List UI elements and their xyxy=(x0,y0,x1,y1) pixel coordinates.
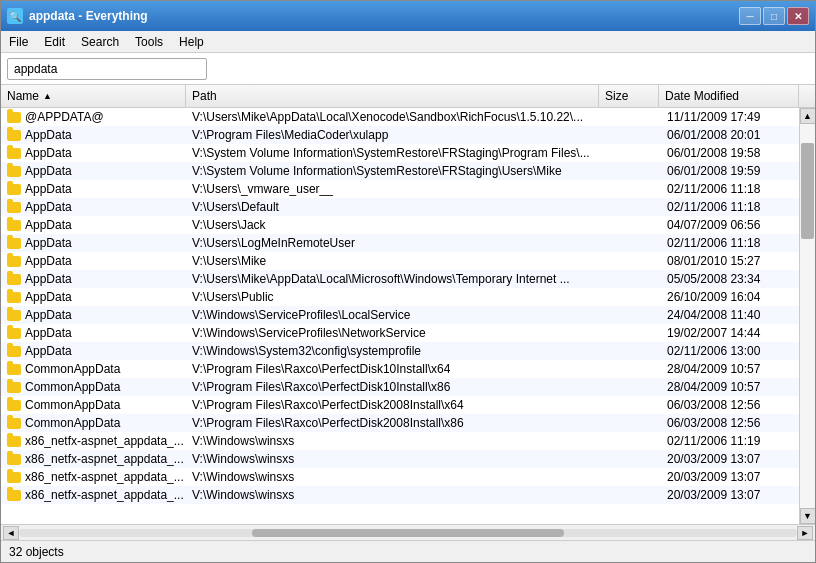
search-input[interactable] xyxy=(7,58,207,80)
menu-bar: File Edit Search Tools Help xyxy=(1,31,815,53)
h-scroll-track[interactable] xyxy=(19,529,797,537)
table-row[interactable]: AppData V:\Windows\ServiceProfiles\Local… xyxy=(1,306,799,324)
cell-date: 20/03/2009 13:07 xyxy=(659,486,799,504)
folder-icon xyxy=(7,166,21,177)
cell-date: 19/02/2007 14:44 xyxy=(659,324,799,342)
cell-name: AppData xyxy=(1,306,186,324)
menu-help[interactable]: Help xyxy=(171,31,212,52)
folder-icon xyxy=(7,148,21,159)
menu-file[interactable]: File xyxy=(1,31,36,52)
name-text: CommonAppData xyxy=(25,416,120,430)
scroll-right-button[interactable]: ► xyxy=(797,526,813,540)
table-row[interactable]: AppData V:\Users\Public 26/10/2009 16:04 xyxy=(1,288,799,306)
cell-name: CommonAppData xyxy=(1,414,186,432)
cell-size xyxy=(599,486,659,504)
folder-icon xyxy=(7,382,21,393)
table-row[interactable]: AppData V:\Windows\ServiceProfiles\Netwo… xyxy=(1,324,799,342)
name-text: x86_netfx-aspnet_appdata_... xyxy=(25,488,184,502)
table-row[interactable]: AppData V:\Users\LogMeInRemoteUser 02/11… xyxy=(1,234,799,252)
scroll-left-button[interactable]: ◄ xyxy=(3,526,19,540)
cell-size xyxy=(599,144,659,162)
name-text: x86_netfx-aspnet_appdata_... xyxy=(25,470,184,484)
cell-size xyxy=(599,108,659,126)
table-row[interactable]: AppData V:\Users\_vmware_user__ 02/11/20… xyxy=(1,180,799,198)
table-row[interactable]: CommonAppData V:\Program Files\Raxco\Per… xyxy=(1,396,799,414)
minimize-button[interactable]: ─ xyxy=(739,7,761,25)
menu-edit[interactable]: Edit xyxy=(36,31,73,52)
table-row[interactable]: AppData V:\Users\Mike\AppData\Local\Micr… xyxy=(1,270,799,288)
table-row[interactable]: AppData V:\Users\Jack 04/07/2009 06:56 xyxy=(1,216,799,234)
cell-date: 20/03/2009 13:07 xyxy=(659,450,799,468)
folder-icon xyxy=(7,328,21,339)
folder-icon xyxy=(7,238,21,249)
cell-name: CommonAppData xyxy=(1,378,186,396)
cell-name: AppData xyxy=(1,234,186,252)
cell-date: 02/11/2006 11:18 xyxy=(659,234,799,252)
scroll-thumb[interactable] xyxy=(801,143,814,239)
cell-size xyxy=(599,252,659,270)
sort-arrow-icon: ▲ xyxy=(43,91,52,101)
table-row[interactable]: x86_netfx-aspnet_appdata_... V:\Windows\… xyxy=(1,450,799,468)
name-text: AppData xyxy=(25,290,72,304)
name-text: x86_netfx-aspnet_appdata_... xyxy=(25,434,184,448)
close-button[interactable]: ✕ xyxy=(787,7,809,25)
cell-date: 28/04/2009 10:57 xyxy=(659,378,799,396)
table-body[interactable]: @APPDATA@ V:\Users\Mike\AppData\Local\Xe… xyxy=(1,108,799,524)
table-row[interactable]: AppData V:\Users\Mike 08/01/2010 15:27 xyxy=(1,252,799,270)
folder-icon xyxy=(7,454,21,465)
cell-date: 11/11/2009 17:49 xyxy=(659,108,799,126)
table-row[interactable]: x86_netfx-aspnet_appdata_... V:\Windows\… xyxy=(1,468,799,486)
name-text: AppData xyxy=(25,308,72,322)
col-header-path[interactable]: Path xyxy=(186,85,599,107)
cell-size xyxy=(599,378,659,396)
cell-size xyxy=(599,414,659,432)
cell-size xyxy=(599,432,659,450)
cell-path: V:\Windows\System32\config\systemprofile xyxy=(186,342,599,360)
file-table: Name ▲ Path Size Date Modified @APPDATA@… xyxy=(1,85,815,540)
folder-icon xyxy=(7,310,21,321)
cell-path: V:\Program Files\Raxco\PerfectDisk10Inst… xyxy=(186,378,599,396)
cell-date: 06/01/2008 19:59 xyxy=(659,162,799,180)
menu-search[interactable]: Search xyxy=(73,31,127,52)
name-text: AppData xyxy=(25,200,72,214)
cell-size xyxy=(599,270,659,288)
col-header-size[interactable]: Size xyxy=(599,85,659,107)
table-row[interactable]: AppData V:\System Volume Information\Sys… xyxy=(1,162,799,180)
table-row[interactable]: CommonAppData V:\Program Files\Raxco\Per… xyxy=(1,414,799,432)
folder-icon xyxy=(7,274,21,285)
h-scroll-thumb[interactable] xyxy=(252,529,563,537)
table-row[interactable]: CommonAppData V:\Program Files\Raxco\Per… xyxy=(1,360,799,378)
folder-icon xyxy=(7,256,21,267)
name-text: AppData xyxy=(25,344,72,358)
vertical-scrollbar[interactable]: ▲ ▼ xyxy=(799,108,815,524)
cell-size xyxy=(599,180,659,198)
col-header-date[interactable]: Date Modified xyxy=(659,85,799,107)
cell-path: V:\Users\Mike\AppData\Local\Xenocode\San… xyxy=(186,108,599,126)
table-row[interactable]: x86_netfx-aspnet_appdata_... V:\Windows\… xyxy=(1,486,799,504)
horizontal-scrollbar[interactable]: ◄ ► xyxy=(1,524,815,540)
scroll-down-button[interactable]: ▼ xyxy=(800,508,816,524)
table-row[interactable]: @APPDATA@ V:\Users\Mike\AppData\Local\Xe… xyxy=(1,108,799,126)
folder-icon xyxy=(7,364,21,375)
search-bar xyxy=(1,53,815,85)
scroll-track[interactable] xyxy=(800,124,815,508)
menu-tools[interactable]: Tools xyxy=(127,31,171,52)
cell-path: V:\Users\Default xyxy=(186,198,599,216)
col-header-name[interactable]: Name ▲ xyxy=(1,85,186,107)
cell-size xyxy=(599,288,659,306)
table-row[interactable]: AppData V:\Users\Default 02/11/2006 11:1… xyxy=(1,198,799,216)
cell-path: V:\Windows\ServiceProfiles\LocalService xyxy=(186,306,599,324)
cell-name: AppData xyxy=(1,270,186,288)
restore-button[interactable]: □ xyxy=(763,7,785,25)
name-text: AppData xyxy=(25,182,72,196)
window-controls: ─ □ ✕ xyxy=(739,7,809,25)
table-row[interactable]: AppData V:\Windows\System32\config\syste… xyxy=(1,342,799,360)
folder-icon xyxy=(7,400,21,411)
scroll-up-button[interactable]: ▲ xyxy=(800,108,816,124)
table-row[interactable]: AppData V:\Program Files\MediaCoder\xula… xyxy=(1,126,799,144)
name-text: AppData xyxy=(25,272,72,286)
table-row[interactable]: AppData V:\System Volume Information\Sys… xyxy=(1,144,799,162)
table-row[interactable]: CommonAppData V:\Program Files\Raxco\Per… xyxy=(1,378,799,396)
table-row[interactable]: x86_netfx-aspnet_appdata_... V:\Windows\… xyxy=(1,432,799,450)
cell-path: V:\System Volume Information\SystemResto… xyxy=(186,162,599,180)
